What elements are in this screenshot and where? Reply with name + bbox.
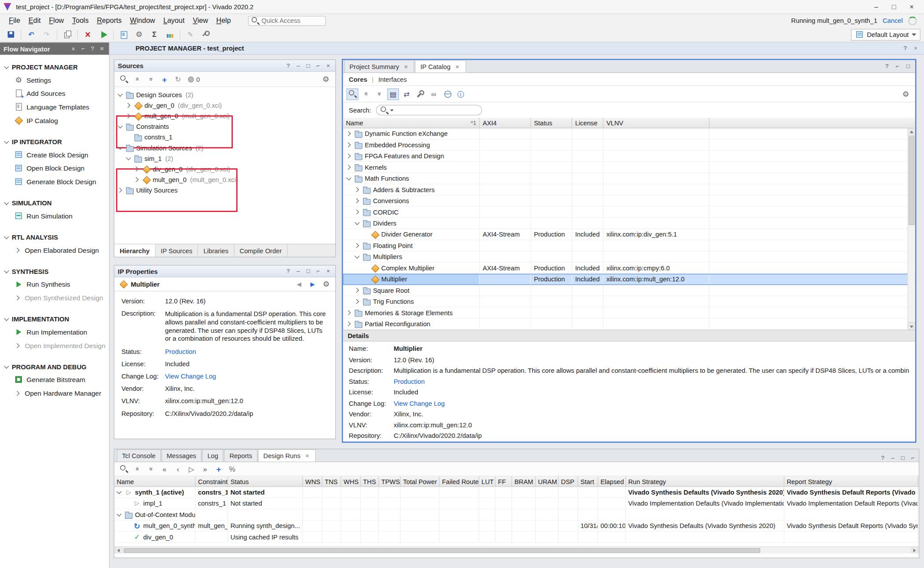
next-icon[interactable]: ▶ — [308, 280, 317, 288]
tab-ip-catalog[interactable]: IP Catalog× — [415, 60, 466, 73]
flownav-item-generate-block-design[interactable]: Generate Block Design — [0, 175, 109, 189]
twistie-down-icon[interactable] — [354, 220, 361, 227]
catalog-row-divider-generator[interactable]: Divider GeneratorAXI4-StreamProductionIn… — [343, 229, 915, 240]
details-value-change-log[interactable]: View Change Log — [394, 400, 909, 411]
twistie-right-icon[interactable] — [354, 242, 361, 249]
catalog-row-fpga-features-and-design[interactable]: FPGA Features and Design — [343, 151, 915, 162]
tree-item-sim-1[interactable]: sim_1 (2) — [114, 153, 335, 164]
flownav-item-settings[interactable]: ⚙Settings — [0, 73, 109, 87]
catalog-row-dynamic-function-exchange[interactable]: Dynamic Function eXchange — [343, 128, 915, 139]
back-button[interactable]: ‹ — [172, 463, 184, 475]
tree-item-design-sources[interactable]: Design Sources (2) — [114, 90, 335, 100]
flownav-section-header-program-and-debug[interactable]: PROGRAM AND DEBUG — [0, 360, 109, 373]
column-header-lut[interactable]: LUT — [479, 476, 496, 486]
scroll-down-button[interactable] — [908, 322, 915, 330]
flownav-item-open-implemented-design[interactable]: Open Implemented Design — [0, 339, 109, 352]
context-close-icon[interactable]: × — [912, 45, 919, 52]
tab-reports[interactable]: Reports — [224, 449, 257, 462]
column-header-failed-routes[interactable]: Failed Routes — [440, 476, 479, 486]
twistie-right-icon[interactable] — [354, 197, 361, 204]
info-button[interactable]: ⓘ — [455, 88, 467, 100]
minimize-button[interactable]: – — [867, 1, 885, 13]
flownav-item-open-synthesized-design[interactable]: Open Synthesized Design — [0, 291, 109, 305]
menu-file[interactable]: File — [5, 15, 25, 26]
flownav-menu-icon[interactable]: ≡ — [99, 45, 106, 52]
tree-item-div-gen-0[interactable]: div_gen_0 (div_gen_0.xci) — [114, 100, 335, 111]
flownav-section-header-simulation[interactable]: SIMULATION — [0, 197, 109, 209]
percent-button[interactable]: % — [226, 463, 238, 475]
tab-tcl-console[interactable]: Tcl Console — [117, 449, 161, 462]
close-icon[interactable]: × — [325, 268, 332, 275]
collapse-all-button[interactable]: « — [132, 463, 143, 475]
cancel-button[interactable]: × — [81, 28, 95, 41]
tab-close-icon[interactable]: × — [304, 451, 311, 460]
tree-item-utility-sources[interactable]: Utility Sources — [114, 185, 335, 196]
minimize-icon[interactable]: – — [889, 455, 896, 462]
collapse-all-button[interactable]: « — [132, 73, 143, 85]
column-header-constraints[interactable]: Constraints — [196, 476, 228, 486]
catalog-vertical-scrollbar[interactable] — [908, 128, 915, 330]
run-row-synth-1-active[interactable]: ▷synth_1 (active)constrs_1Not startedViv… — [114, 487, 919, 498]
catalog-row-embedded-processing[interactable]: Embedded Processing — [343, 139, 915, 150]
twistie-right-icon[interactable] — [354, 287, 361, 294]
search-button[interactable] — [118, 463, 130, 475]
link-button[interactable]: ∞ — [428, 88, 440, 100]
chart-button[interactable] — [163, 28, 177, 41]
twistie-right-icon[interactable] — [125, 113, 132, 120]
flownav-help-icon[interactable]: ? — [89, 45, 96, 52]
details-value-status[interactable]: Production — [394, 378, 909, 389]
maximize-icon[interactable]: □ — [304, 268, 312, 275]
to-start-button[interactable]: « — [158, 463, 170, 475]
flownav-item-ip-catalog[interactable]: IP Catalog — [0, 113, 109, 127]
float-icon[interactable]: ⌐ — [315, 268, 322, 275]
column-header-report-strategy[interactable]: Report Strategy — [785, 476, 918, 486]
twistie-right-icon[interactable] — [125, 102, 132, 109]
help-icon[interactable]: ? — [285, 268, 292, 275]
run-button[interactable] — [96, 28, 110, 41]
catalog-row-math-functions[interactable]: Math Functions — [343, 173, 915, 184]
redo-button[interactable]: ↷ — [40, 28, 54, 41]
scrollbar-thumb[interactable] — [124, 548, 760, 553]
column-header-name[interactable]: Name — [114, 476, 196, 486]
menu-layout[interactable]: Layout — [159, 15, 189, 26]
flownav-item-run-simulation[interactable]: Run Simulation — [0, 209, 109, 222]
catalog-row-trig-functions[interactable]: Trig Functions — [343, 296, 915, 307]
float-icon[interactable]: ⌐ — [315, 62, 322, 69]
catalog-row-cordic[interactable]: CORDIC — [343, 207, 915, 218]
add-button[interactable]: + — [213, 463, 224, 475]
catalog-row-partial-reconfiguration[interactable]: Partial Reconfiguration — [343, 319, 915, 330]
flownav-section-header-project-manager[interactable]: PROJECT MANAGER — [0, 61, 109, 73]
flownav-section-header-ip-integrator[interactable]: IP INTEGRATOR — [0, 135, 109, 148]
add-button[interactable]: + — [158, 73, 170, 85]
expand-all-button[interactable]: » — [145, 463, 157, 475]
column-header-status[interactable]: Status — [531, 118, 572, 128]
tab-log[interactable]: Log — [202, 449, 224, 462]
maximize-icon[interactable]: □ — [304, 62, 312, 69]
layout-selector[interactable]: Default Layout — [851, 29, 920, 40]
settings-icon[interactable]: ⚙ — [322, 280, 330, 288]
flownav-section-header-synthesis[interactable]: SYNTHESIS — [0, 265, 109, 277]
column-header-status[interactable]: Status — [228, 476, 303, 486]
twistie-right-icon[interactable] — [345, 141, 352, 148]
flownav-item-language-templates[interactable]: Language Templates — [0, 100, 109, 114]
catalog-row-floating-point[interactable]: Floating Point — [343, 240, 915, 251]
menu-window[interactable]: Window — [126, 15, 159, 26]
sources-tab-hierarchy[interactable]: Hierarchy — [114, 244, 155, 257]
scrollbar-thumb[interactable] — [909, 137, 914, 225]
run-row-out-of-context-module-runs[interactable]: Out-of-Context Module Runs — [114, 509, 919, 520]
catalog-row-memories-storage-elements[interactable]: Memories & Storage Elements — [343, 307, 915, 318]
search-button[interactable] — [118, 73, 130, 85]
sources-tab-compile-order[interactable]: Compile Order — [234, 244, 287, 257]
twistie-right-icon[interactable] — [345, 309, 352, 316]
flownav-item-open-block-design[interactable]: Open Block Design — [0, 161, 109, 175]
twistie-down-icon[interactable] — [116, 511, 123, 518]
help-icon[interactable]: ? — [879, 455, 886, 462]
copy-button[interactable] — [60, 28, 74, 41]
twistie-down-icon[interactable] — [345, 175, 352, 182]
menu-tools[interactable]: Tools — [68, 15, 93, 26]
catalog-search-field[interactable] — [376, 105, 482, 115]
editor-float-icon[interactable]: ⌐ — [894, 63, 901, 70]
tree-item-div-gen-0[interactable]: div_gen_0 (div_gen_0.xci) — [114, 164, 335, 174]
tab-close-icon[interactable]: × — [454, 62, 461, 71]
menu-edit[interactable]: Edit — [24, 15, 44, 26]
